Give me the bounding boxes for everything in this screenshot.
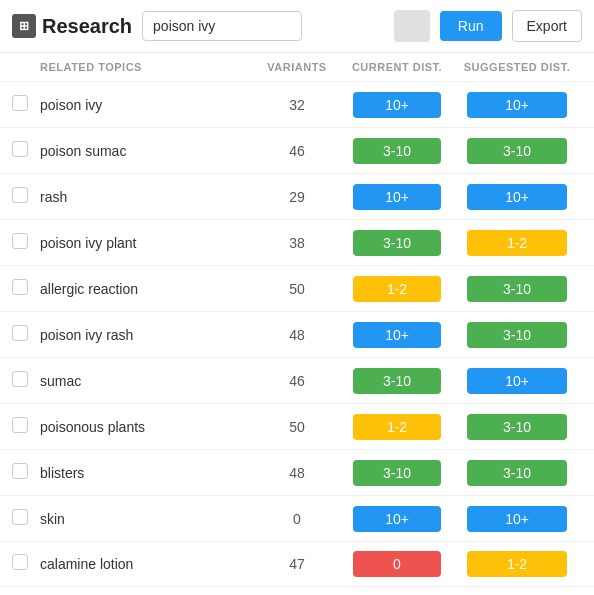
gray-button[interactable] [394, 10, 430, 42]
suggested-dist-badge: 10+ [467, 92, 567, 118]
logo-icon: ⊞ [12, 14, 36, 38]
current-dist-badge: 3-10 [353, 460, 441, 486]
suggested-dist-badge: 3-10 [467, 460, 567, 486]
suggested-dist-cell: 1-2 [452, 547, 582, 581]
current-dist-cell: 1-2 [342, 410, 452, 444]
row-checkbox-cell[interactable] [12, 509, 40, 529]
row-checkbox-cell[interactable] [12, 325, 40, 345]
suggested-dist-badge: 10+ [467, 506, 567, 532]
row-checkbox[interactable] [12, 187, 28, 203]
suggested-dist-cell: 3-10 [452, 410, 582, 444]
current-dist-cell: 10+ [342, 502, 452, 536]
row-variants: 50 [252, 281, 342, 297]
row-checkbox-cell[interactable] [12, 279, 40, 299]
row-topic: calamine lotion [40, 556, 252, 572]
row-topic: poisonous plants [40, 419, 252, 435]
row-checkbox-cell[interactable] [12, 233, 40, 253]
suggested-dist-cell: 1-2 [452, 226, 582, 260]
row-checkbox[interactable] [12, 417, 28, 433]
table-row: calamine lotion 47 0 1-2 [0, 541, 594, 587]
row-checkbox-cell[interactable] [12, 371, 40, 391]
table-row: skin 0 10+ 10+ [0, 495, 594, 541]
suggested-dist-badge: 10+ [467, 368, 567, 394]
row-variants: 0 [252, 511, 342, 527]
row-checkbox[interactable] [12, 279, 28, 295]
row-topic: poison ivy [40, 97, 252, 113]
suggested-dist-badge: 3-10 [467, 414, 567, 440]
row-checkbox[interactable] [12, 509, 28, 525]
suggested-dist-cell: 10+ [452, 180, 582, 214]
row-checkbox-cell[interactable] [12, 95, 40, 115]
row-variants: 48 [252, 465, 342, 481]
row-variants: 38 [252, 235, 342, 251]
row-checkbox[interactable] [12, 141, 28, 157]
row-variants: 32 [252, 97, 342, 113]
current-dist-cell: 10+ [342, 88, 452, 122]
suggested-dist-cell: 3-10 [452, 318, 582, 352]
current-dist-cell: 3-10 [342, 134, 452, 168]
current-dist-cell: 3-10 [342, 226, 452, 260]
row-checkbox-cell[interactable] [12, 554, 40, 574]
current-dist-cell: 10+ [342, 180, 452, 214]
suggested-dist-cell: 10+ [452, 88, 582, 122]
suggested-dist-cell: 3-10 [452, 134, 582, 168]
row-topic: poison sumac [40, 143, 252, 159]
suggested-dist-badge: 3-10 [467, 138, 567, 164]
current-dist-cell: 1-2 [342, 272, 452, 306]
row-checkbox[interactable] [12, 371, 28, 387]
row-checkbox[interactable] [12, 95, 28, 111]
suggested-dist-cell: 10+ [452, 364, 582, 398]
col-related-topics: RELATED TOPICS [40, 61, 252, 73]
row-topic: rash [40, 189, 252, 205]
table-header: RELATED TOPICS VARIANTS CURRENT DIST. SU… [0, 53, 594, 81]
current-dist-cell: 10+ [342, 318, 452, 352]
col-variants: VARIANTS [252, 61, 342, 73]
run-button[interactable]: Run [440, 11, 502, 41]
current-dist-badge: 1-2 [353, 414, 441, 440]
row-variants: 46 [252, 373, 342, 389]
row-topic: poison ivy plant [40, 235, 252, 251]
export-button[interactable]: Export [512, 10, 582, 42]
row-variants: 29 [252, 189, 342, 205]
row-checkbox[interactable] [12, 554, 28, 570]
logo-area: ⊞ Research [12, 14, 132, 38]
row-checkbox-cell[interactable] [12, 187, 40, 207]
table-row: sumac 46 3-10 10+ [0, 357, 594, 403]
suggested-dist-badge: 1-2 [467, 551, 567, 577]
current-dist-badge: 10+ [353, 322, 441, 348]
row-checkbox-cell[interactable] [12, 417, 40, 437]
table-body: poison ivy 32 10+ 10+ poison sumac 46 3-… [0, 81, 594, 587]
row-checkbox[interactable] [12, 325, 28, 341]
suggested-dist-badge: 1-2 [467, 230, 567, 256]
search-input[interactable] [142, 11, 302, 41]
row-variants: 47 [252, 556, 342, 572]
row-topic: blisters [40, 465, 252, 481]
suggested-dist-badge: 3-10 [467, 322, 567, 348]
current-dist-badge: 10+ [353, 506, 441, 532]
table-row: poison ivy rash 48 10+ 3-10 [0, 311, 594, 357]
suggested-dist-cell: 10+ [452, 502, 582, 536]
col-current-dist: CURRENT DIST. [342, 61, 452, 73]
current-dist-cell: 0 [342, 547, 452, 581]
current-dist-badge: 0 [353, 551, 441, 577]
suggested-dist-badge: 10+ [467, 184, 567, 210]
table-row: poison sumac 46 3-10 3-10 [0, 127, 594, 173]
row-topic: poison ivy rash [40, 327, 252, 343]
row-variants: 48 [252, 327, 342, 343]
suggested-dist-badge: 3-10 [467, 276, 567, 302]
row-checkbox-cell[interactable] [12, 141, 40, 161]
row-checkbox-cell[interactable] [12, 463, 40, 483]
row-checkbox[interactable] [12, 233, 28, 249]
row-topic: allergic reaction [40, 281, 252, 297]
current-dist-badge: 10+ [353, 92, 441, 118]
row-checkbox[interactable] [12, 463, 28, 479]
row-topic: sumac [40, 373, 252, 389]
header: ⊞ Research Run Export [0, 0, 594, 53]
row-topic: skin [40, 511, 252, 527]
current-dist-badge: 1-2 [353, 276, 441, 302]
table-row: rash 29 10+ 10+ [0, 173, 594, 219]
current-dist-badge: 3-10 [353, 368, 441, 394]
current-dist-cell: 3-10 [342, 364, 452, 398]
row-variants: 46 [252, 143, 342, 159]
page-title: Research [42, 15, 132, 38]
